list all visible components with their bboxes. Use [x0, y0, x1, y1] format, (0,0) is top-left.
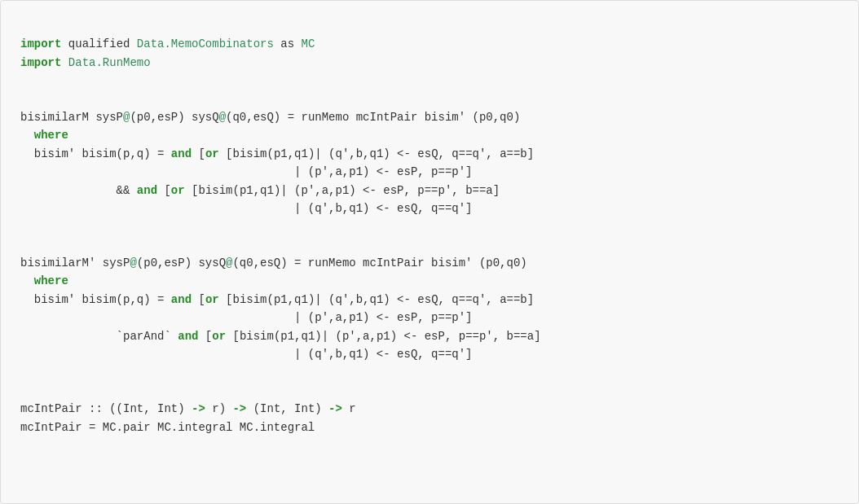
line-8: | (q',b,q1) <- esQ, q==q']	[20, 202, 473, 215]
line-4: where	[20, 129, 68, 142]
code-content: import qualified Data.MemoCombinators as…	[20, 17, 839, 454]
blank-line-2	[20, 217, 839, 235]
blank-line-1	[20, 72, 839, 90]
line-15: mcIntPair :: ((Int, Int) -> r) -> (Int, …	[20, 402, 356, 415]
line-12: | (p',a,p1) <- esP, p==p']	[20, 311, 473, 324]
blank-line-3	[20, 363, 839, 381]
line-16: mcIntPair = MC.pair MC.integral MC.integ…	[20, 421, 315, 434]
line-5: bisim' bisim(p,q) = and [or [bisim(p1,q1…	[20, 147, 534, 160]
line-2: import Data.RunMemo	[20, 56, 151, 69]
line-14: | (q',b,q1) <- esQ, q==q']	[20, 348, 473, 361]
line-6: | (p',a,p1) <- esP, p==p']	[20, 165, 473, 178]
line-10: where	[20, 274, 68, 287]
line-13: `parAnd` and [or [bisim(p1,q1)| (p',a,p1…	[20, 330, 541, 343]
code-editor: import qualified Data.MemoCombinators as…	[0, 0, 859, 504]
line-3: bisimilarM sysP@(p0,esP) sysQ@(q0,esQ) =…	[20, 111, 520, 124]
line-7: && and [or [bisim(p1,q1)| (p',a,p1) <- e…	[20, 184, 500, 197]
line-1: import qualified Data.MemoCombinators as…	[20, 37, 315, 50]
line-11: bisim' bisim(p,q) = and [or [bisim(p1,q1…	[20, 293, 534, 306]
line-9: bisimilarM' sysP@(p0,esP) sysQ@(q0,esQ) …	[20, 256, 527, 270]
